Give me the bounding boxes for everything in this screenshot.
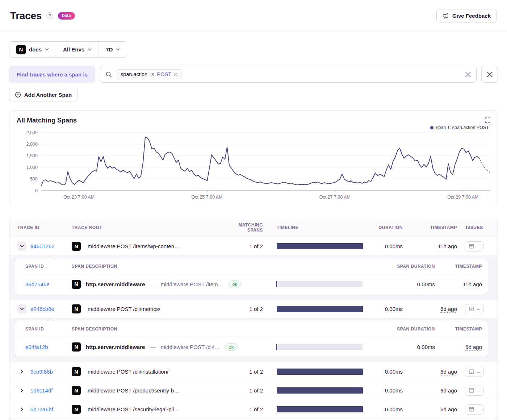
plus-circle-icon (15, 92, 21, 98)
x-tick-label: Oct 25 7:00 AM (191, 195, 222, 200)
issue-icon (469, 369, 474, 374)
timestamp-value: 6d ago (440, 406, 457, 413)
span-timeline-marker (276, 344, 277, 350)
span-search-row: Find traces where a span is span.action … (9, 66, 498, 83)
span-row: 36d7546e N http.server.middleware — midd… (15, 274, 488, 294)
date-range-filter[interactable]: 7D (99, 42, 127, 57)
span-timestamp-value: 6d ago (465, 344, 482, 351)
duration-value: 0.00ms (363, 306, 403, 312)
collapse-trace-button[interactable] (17, 304, 26, 313)
spans-chart-x-axis: Oct 23 7:00 AMOct 25 7:00 AMOct 27 7:00 … (41, 191, 490, 201)
token-operator: is (150, 71, 154, 77)
column-header-duration: DURATION (363, 225, 403, 230)
trace-id-link[interactable]: 5b72a6bf (30, 406, 53, 412)
matching-spans-count: 1 of 2 (228, 406, 272, 412)
search-filter-token[interactable]: span.action is POST (117, 69, 181, 79)
column-header-span-duration: SPAN DURATION (363, 264, 435, 269)
timestamp-value: 6d ago (440, 306, 457, 313)
issue-icon (469, 407, 474, 412)
clear-search-icon[interactable] (465, 72, 471, 77)
x-tick-mark (79, 191, 79, 192)
x-tick-mark (207, 191, 208, 192)
issues-count: – (477, 407, 480, 412)
y-tick: 1,000 (26, 165, 38, 170)
chevron-right-icon (21, 370, 23, 374)
nextjs-logo-icon: N (72, 386, 81, 395)
legend-dot (430, 126, 433, 129)
x-tick-mark (463, 191, 463, 192)
span-timeline-marker (276, 281, 277, 287)
span-duration-value: 0.00ms (363, 344, 435, 350)
column-header-trace-root: TRACE ROOT (72, 225, 228, 230)
trace-id-link[interactable]: 1d6114df (30, 387, 53, 394)
remove-span-query-button[interactable] (481, 66, 498, 83)
trace-row: 94601262 N middleware POST /items/wp-con… (9, 237, 498, 256)
timeline-bar (277, 406, 363, 412)
add-another-span-button[interactable]: Add Another Span (9, 88, 77, 101)
span-operation: http.server.middleware (86, 344, 145, 350)
expand-chart-button[interactable] (484, 117, 491, 124)
y-tick: 2,000 (26, 142, 38, 147)
issues-button[interactable]: – (465, 367, 484, 377)
issues-button[interactable]: – (465, 241, 484, 251)
expand-trace-button[interactable] (17, 367, 26, 376)
legend-label: span 1: span.action:POST (436, 125, 489, 130)
column-header-timeline: TIMELINE (272, 225, 363, 230)
help-icon[interactable]: ? (46, 12, 53, 19)
span-table-card: SPAN ID SPAN DESCRIPTION SPAN DURATION T… (15, 258, 488, 294)
expand-trace-button[interactable] (17, 386, 26, 395)
y-axis-labels: 2,500 2,000 1,500 1,000 500 0 (17, 132, 38, 191)
issue-icon (469, 307, 474, 311)
timeline-bar (277, 306, 363, 312)
trace-id-link[interactable]: e246cb8e (30, 306, 54, 312)
issues-button[interactable]: – (465, 304, 484, 314)
issue-icon (469, 244, 474, 249)
trace-row: 5b72a6bf N middleware POST /security-leg… (9, 400, 498, 419)
project-filter-label: docs (29, 46, 42, 53)
span-search-box[interactable]: span.action is POST (100, 66, 477, 83)
environment-filter[interactable]: All Envs (56, 42, 99, 57)
separator: — (150, 281, 155, 287)
nextjs-logo-icon: N (72, 242, 81, 251)
trace-root-text: middleware POST /cli/metrics/ (88, 306, 160, 312)
spans-chart-line-svg (41, 132, 490, 191)
y-tick: 2,500 (26, 130, 38, 135)
megaphone-icon (443, 13, 449, 19)
give-feedback-button[interactable]: Give Feedback (436, 9, 497, 22)
column-header-span-description: SPAN DESCRIPTION (72, 264, 271, 269)
search-input[interactable] (186, 71, 461, 78)
timeline-bar (277, 369, 363, 375)
fullscreen-icon (485, 117, 490, 123)
column-header-issues: ISSUES (457, 225, 492, 230)
date-range-filter-label: 7D (106, 46, 113, 53)
expand-trace-button[interactable] (17, 405, 26, 414)
span-id-link[interactable]: e04fa12b (25, 344, 72, 350)
beta-badge: beta (58, 12, 75, 20)
span-table-header: SPAN ID SPAN DESCRIPTION SPAN DURATION T… (15, 321, 488, 337)
timeline-bar (277, 387, 363, 394)
chevron-down-icon (20, 245, 24, 248)
trace-root-text: middleware POST /items/wp-conten… (88, 243, 180, 249)
environment-filter-label: All Envs (63, 46, 84, 53)
span-timestamp-value: 11h ago (463, 281, 482, 288)
project-filter[interactable]: N docs (9, 42, 56, 57)
collapse-trace-button[interactable] (17, 242, 26, 251)
nextjs-logo-icon: N (72, 342, 81, 352)
trace-id-link[interactable]: 94601262 (30, 243, 55, 249)
y-tick: 1,500 (26, 153, 38, 158)
spans-chart-plot[interactable] (41, 132, 490, 191)
column-header-trace-id: TRACE ID (17, 225, 72, 230)
search-icon (106, 71, 112, 78)
issues-button[interactable]: – (465, 404, 484, 415)
span-id-link[interactable]: 36d7546e (25, 281, 72, 287)
trace-id-link[interactable]: 9cb9f88b (30, 369, 53, 375)
expanded-spans-section: SPAN ID SPAN DESCRIPTION SPAN DURATION T… (9, 319, 498, 362)
column-header-timestamp: TIMESTAMP (403, 225, 457, 230)
x-tick-label: Oct 29 7:00 AM (447, 195, 478, 200)
chevron-down-icon (116, 48, 120, 51)
span-operation: http.server.middleware (86, 281, 145, 287)
span-row: e04fa12b N http.server.middleware — midd… (15, 337, 488, 357)
remove-token-icon[interactable] (174, 73, 177, 76)
issues-button[interactable]: – (465, 386, 484, 396)
matching-spans-count: 1 of 2 (228, 369, 272, 375)
